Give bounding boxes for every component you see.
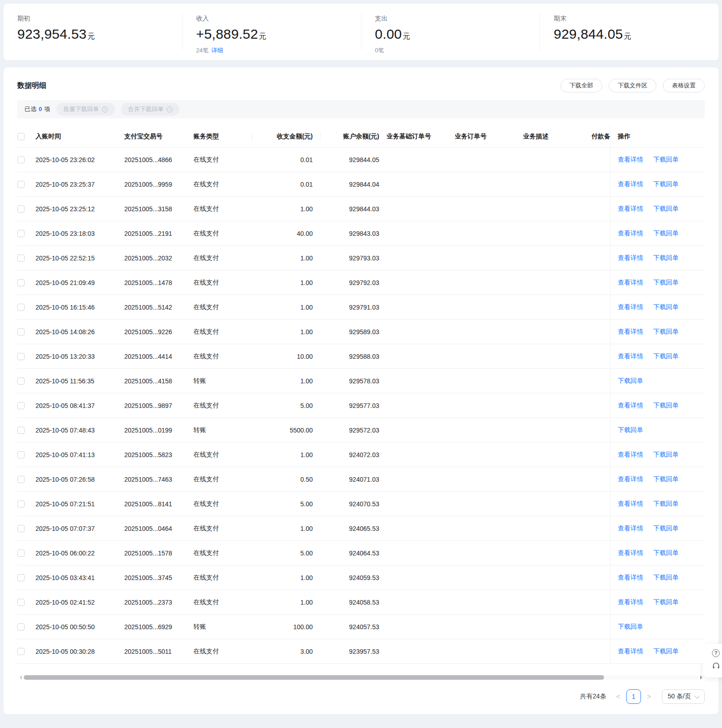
row-checkbox[interactable] — [17, 623, 25, 631]
view-detail-link[interactable]: 查看详情 — [618, 303, 643, 311]
column-header-time[interactable]: 入账时间 — [36, 126, 124, 148]
row-checkbox[interactable] — [17, 476, 25, 483]
download-receipt-link[interactable]: 下载回单 — [653, 598, 679, 606]
row-checkbox[interactable] — [17, 279, 25, 286]
next-page-button[interactable]: > — [644, 692, 655, 701]
cell-order — [455, 565, 523, 590]
sort-icon[interactable] — [89, 132, 93, 141]
view-detail-link[interactable]: 查看详情 — [618, 205, 643, 212]
view-detail-link[interactable]: 查看详情 — [618, 647, 643, 655]
view-detail-link[interactable]: 查看详情 — [618, 328, 643, 335]
batch-download-button[interactable]: 批量下载回单 — [56, 103, 115, 116]
download-receipt-link[interactable]: 下载回单 — [653, 205, 679, 212]
row-checkbox[interactable] — [17, 328, 25, 336]
view-detail-link[interactable]: 查看详情 — [618, 574, 643, 581]
download-receipt-link[interactable]: 下载回单 — [653, 451, 679, 458]
cell-transaction-id: 20251005...8141 — [124, 492, 193, 516]
income-detail-link[interactable]: 详细 — [211, 47, 223, 54]
cell-actions: 查看详情下载回单 — [610, 246, 705, 270]
row-checkbox[interactable] — [17, 230, 25, 237]
view-detail-link[interactable]: 查看详情 — [618, 598, 643, 606]
download-receipt-link[interactable]: 下载回单 — [653, 574, 679, 581]
download-receipt-link[interactable]: 下载回单 — [653, 254, 679, 261]
download-all-button[interactable]: 下载全部 — [560, 79, 602, 92]
cell-account-type: 在线支付 — [193, 467, 252, 492]
column-header-account-type: 账务类型 — [193, 126, 252, 148]
download-receipt-link[interactable]: 下载回单 — [653, 180, 679, 188]
row-checkbox[interactable] — [17, 255, 25, 262]
download-filezone-button[interactable]: 下载文件区 — [609, 79, 656, 92]
view-detail-link[interactable]: 查看详情 — [618, 524, 643, 532]
info-icon — [167, 107, 173, 112]
merge-download-button[interactable]: 合并下载回单 — [121, 103, 179, 116]
cell-amount: 1.00 — [252, 443, 320, 467]
download-receipt-link[interactable]: 下载回单 — [618, 623, 643, 630]
cell-base-order — [386, 565, 455, 590]
summary-label: 期末 — [554, 15, 705, 23]
view-detail-link[interactable]: 查看详情 — [618, 451, 643, 458]
download-receipt-link[interactable]: 下载回单 — [653, 156, 679, 163]
row-checkbox[interactable] — [17, 525, 25, 532]
download-receipt-link[interactable]: 下载回单 — [653, 352, 679, 360]
row-checkbox[interactable] — [17, 500, 25, 508]
cell-amount: 5500.00 — [252, 418, 320, 443]
view-detail-link[interactable]: 查看详情 — [618, 229, 643, 237]
current-page-button[interactable]: 1 — [626, 689, 641, 704]
cell-actions: 查看详情下载回单 — [610, 197, 705, 221]
scrollbar-thumb[interactable] — [24, 675, 604, 680]
cell-description — [523, 443, 591, 467]
row-checkbox[interactable] — [17, 156, 25, 163]
download-receipt-link[interactable]: 下载回单 — [653, 475, 679, 483]
select-all-checkbox[interactable] — [17, 133, 25, 140]
scroll-left-icon[interactable] — [17, 675, 22, 680]
download-receipt-link[interactable]: 下载回单 — [653, 229, 679, 237]
cell-amount: 5.00 — [252, 541, 320, 565]
customer-service-icon[interactable] — [712, 662, 722, 672]
prev-page-button[interactable]: < — [613, 692, 624, 701]
download-receipt-link[interactable]: 下载回单 — [653, 303, 679, 311]
row-checkbox[interactable] — [17, 304, 25, 311]
view-detail-link[interactable]: 查看详情 — [618, 156, 643, 163]
row-checkbox[interactable] — [17, 599, 25, 606]
cell-transaction-id: 20251005...9897 — [124, 393, 193, 418]
download-receipt-link[interactable]: 下载回单 — [653, 500, 679, 507]
view-detail-link[interactable]: 查看详情 — [618, 402, 643, 409]
download-receipt-link[interactable]: 下载回单 — [653, 549, 679, 556]
row-checkbox[interactable] — [17, 377, 25, 385]
row-checkbox[interactable] — [17, 402, 25, 409]
download-receipt-link[interactable]: 下载回单 — [618, 426, 643, 433]
cell-balance: 929793.03 — [320, 246, 386, 270]
scroll-right-icon[interactable] — [700, 675, 705, 680]
cell-actions: 查看详情下载回单 — [610, 172, 705, 197]
view-detail-link[interactable]: 查看详情 — [618, 180, 643, 188]
horizontal-scrollbar[interactable] — [17, 675, 705, 680]
view-detail-link[interactable]: 查看详情 — [618, 279, 643, 286]
download-receipt-link[interactable]: 下载回单 — [653, 524, 679, 532]
download-receipt-link[interactable]: 下载回单 — [653, 279, 679, 286]
row-checkbox[interactable] — [17, 574, 25, 581]
view-detail-link[interactable]: 查看详情 — [618, 549, 643, 556]
view-detail-link[interactable]: 查看详情 — [618, 352, 643, 360]
view-detail-link[interactable]: 查看详情 — [618, 500, 643, 507]
cell-description — [523, 320, 591, 344]
transactions-table-wrap[interactable]: 入账时间 支付宝交易号 账务类型 收支金额(元) 账户余额(元) 业务基础订单号… — [17, 126, 705, 664]
row-checkbox[interactable] — [17, 648, 25, 655]
table-settings-button[interactable]: 表格设置 — [663, 79, 705, 92]
download-receipt-link[interactable]: 下载回单 — [618, 377, 643, 384]
download-receipt-link[interactable]: 下载回单 — [653, 647, 679, 655]
help-icon[interactable] — [712, 649, 720, 657]
scrollbar-track[interactable] — [24, 675, 698, 680]
page-size-select[interactable]: 50 条/页 — [662, 689, 705, 704]
row-checkbox[interactable] — [17, 181, 25, 188]
row-checkbox[interactable] — [17, 451, 25, 458]
cell-actions: 查看详情下载回单 — [610, 565, 705, 590]
row-checkbox[interactable] — [17, 353, 25, 360]
view-detail-link[interactable]: 查看详情 — [618, 254, 643, 261]
download-receipt-link[interactable]: 下载回单 — [653, 328, 679, 335]
view-detail-link[interactable]: 查看详情 — [618, 475, 643, 483]
row-checkbox[interactable] — [17, 205, 25, 213]
table-row: 2025-10-05 23:25:12 20251005...3158 在线支付… — [17, 197, 705, 221]
download-receipt-link[interactable]: 下载回单 — [653, 402, 679, 409]
row-checkbox[interactable] — [17, 550, 25, 557]
row-checkbox[interactable] — [17, 427, 25, 434]
